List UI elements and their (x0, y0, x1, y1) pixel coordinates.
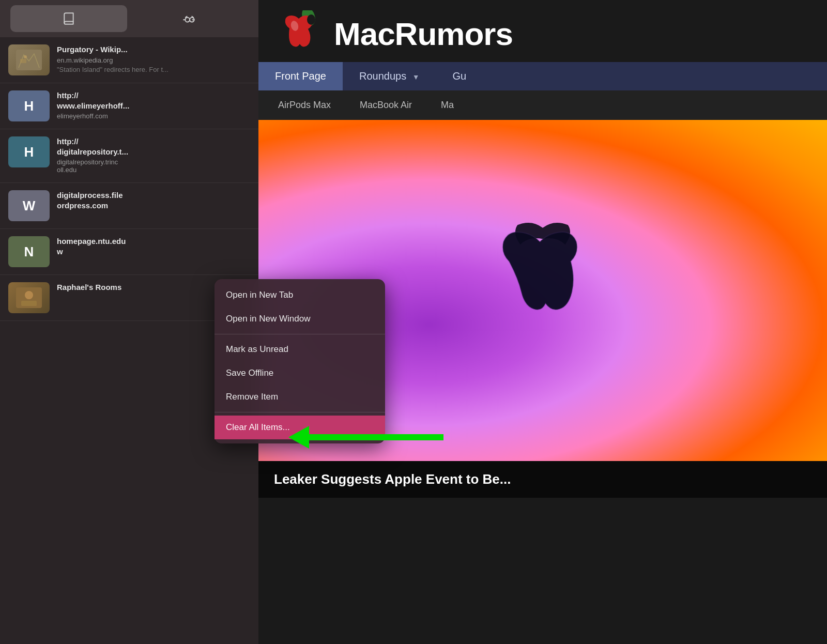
list-item[interactable]: W digitalprocess.fileordpress.com (0, 183, 258, 229)
tab-history[interactable] (131, 5, 248, 32)
item-content: digitalprocess.fileordpress.com (57, 190, 250, 212)
nav-guides[interactable]: Gu (436, 62, 483, 90)
item-thumbnail (8, 282, 50, 313)
item-domain: digitalrepository.trincoll.edu (57, 158, 250, 174)
item-thumbnail (8, 44, 50, 75)
item-domain: elimeyerhoff.com (57, 112, 250, 120)
list-item[interactable]: N homepage.ntu.eduw (0, 229, 258, 275)
hero-apple-logo (486, 217, 600, 351)
glasses-icon (183, 12, 196, 25)
list-item[interactable]: H http://digitalrepository.t... digitalr… (0, 129, 258, 183)
sub-nav-more[interactable]: Ma (426, 90, 468, 120)
item-title: homepage.ntu.eduw (57, 236, 250, 256)
svg-rect-4 (20, 59, 26, 63)
item-domain: en.m.wikipedia.org (57, 56, 250, 64)
context-menu: Open in New Tab Open in New Window Mark … (215, 279, 385, 443)
ctx-divider-1 (215, 334, 385, 334)
mr-sub-nav: AirPods Max MacBook Air Ma (258, 90, 827, 120)
ctx-divider-2 (215, 412, 385, 412)
nav-roundups[interactable]: Roundups ▼ (343, 62, 436, 90)
item-content: http://www.elimeyerhoff... elimeyerhoff.… (57, 90, 250, 121)
item-thumbnail: N (8, 236, 50, 267)
tab-bar (0, 0, 258, 37)
sub-nav-macbook[interactable]: MacBook Air (345, 90, 426, 120)
list-item[interactable]: H http://www.elimeyerhoff... elimeyerhof… (0, 83, 258, 129)
roundups-dropdown-arrow: ▼ (412, 73, 420, 81)
macrumors-apple-logo (279, 10, 326, 57)
arrow-indicator (289, 426, 443, 449)
svg-rect-2 (16, 50, 42, 70)
item-title: Purgatory - Wikip... (57, 44, 250, 55)
item-title: http://digitalrepository.t... (57, 136, 250, 157)
mr-header: MacRumors (258, 0, 827, 57)
svg-point-0 (185, 18, 190, 22)
item-content: http://digitalrepository.t... digitalrep… (57, 136, 250, 175)
nav-front-page[interactable]: Front Page (258, 62, 343, 90)
item-content: homepage.ntu.eduw (57, 236, 250, 258)
item-thumbnail: W (8, 190, 50, 221)
arrow-head (288, 426, 309, 449)
macrumors-logo-text: MacRumors (334, 16, 513, 52)
ctx-open-new-tab[interactable]: Open in New Tab (215, 283, 385, 307)
item-thumbnail: H (8, 90, 50, 121)
list-item[interactable]: Purgatory - Wikip... en.m.wikipedia.org … (0, 37, 258, 83)
tab-reading-list[interactable] (10, 5, 127, 32)
svg-point-6 (25, 291, 33, 299)
book-icon (62, 12, 75, 25)
arrow-line (309, 434, 443, 440)
item-title: http://www.elimeyerhoff... (57, 90, 250, 111)
sub-nav-airpods[interactable]: AirPods Max (264, 90, 345, 120)
mr-nav: Front Page Roundups ▼ Gu (258, 62, 827, 90)
svg-point-10 (307, 14, 315, 25)
ctx-remove-item[interactable]: Remove Item (215, 385, 385, 409)
item-title: digitalprocess.fileordpress.com (57, 190, 250, 210)
svg-rect-7 (21, 301, 37, 306)
item-content: Purgatory - Wikip... en.m.wikipedia.org … (57, 44, 250, 73)
ctx-mark-unread[interactable]: Mark as Unread (215, 338, 385, 361)
headline-text: Leaker Suggests Apple Event to Be... (274, 471, 811, 487)
ctx-save-offline[interactable]: Save Offline (215, 361, 385, 385)
item-preview: "Station Island" redirects here. For t..… (57, 66, 250, 73)
ctx-open-new-window[interactable]: Open in New Window (215, 307, 385, 331)
item-thumbnail: H (8, 136, 50, 167)
mr-headline: Leaker Suggests Apple Event to Be... (258, 461, 827, 498)
svg-point-3 (24, 55, 27, 58)
